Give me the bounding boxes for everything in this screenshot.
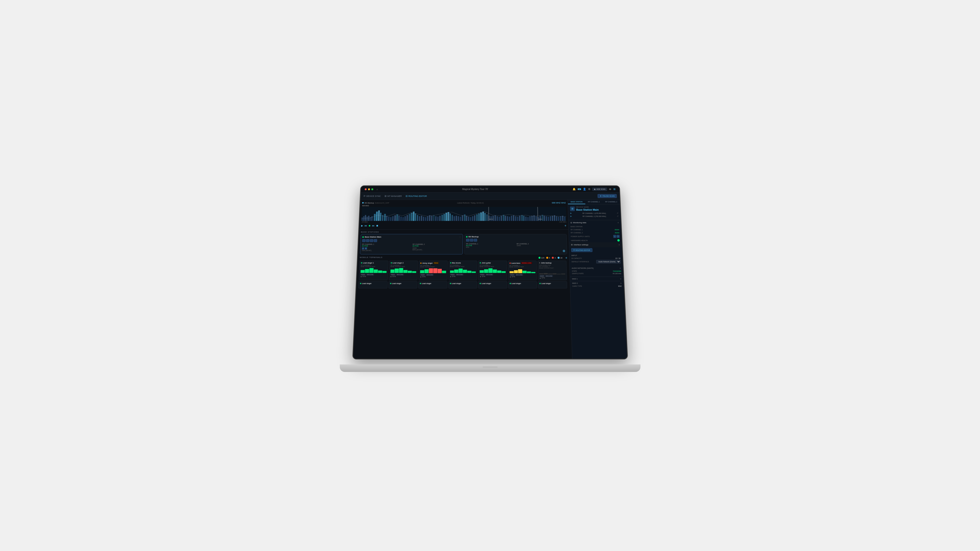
terminal-row2-5[interactable]: Lead singer: [478, 281, 507, 289]
minimize-dot[interactable]: [368, 188, 370, 190]
routing-editor-button[interactable]: ⊟ ROUTING EDITOR: [571, 248, 592, 252]
close-dot[interactable]: [364, 188, 367, 190]
interface-header[interactable]: ⊟ Interface settings ∧: [569, 242, 622, 247]
terminal-row2-6[interactable]: Lead singer: [508, 281, 537, 289]
rf-ch1-icon: ⊳: [570, 212, 572, 214]
terminal-row2-dot-1: [360, 283, 361, 284]
station-menu-icon[interactable]: ⋮: [459, 236, 461, 238]
antenna-b: B: [364, 247, 367, 249]
svg-rect-61: [482, 212, 484, 221]
nav-routing-editor[interactable]: ⊟ ROUTING EDITOR: [406, 195, 427, 197]
terminal-row2-7[interactable]: Lead singer: [538, 281, 567, 289]
terminal-john-guitar[interactable]: John guitar RF CHANNEL 1BASE STATION TES…: [478, 261, 507, 280]
input-section: INPUT IN CAPACITY 22 / 32 DEFAULT INTERF…: [569, 253, 623, 266]
home-icon[interactable]: ⌂: [376, 188, 378, 191]
tab-rf-channel-2[interactable]: RF CHANNEL 2: [602, 200, 620, 204]
nav-device-sync-label: DEVICE SYNC: [366, 195, 380, 197]
add-channel-button[interactable]: +: [564, 224, 566, 227]
antenna-label: Antenna B | UHF: [375, 202, 389, 204]
terminal-max-drums[interactable]: Max drums RF CHANNEL 1BASE STATION TEST: [448, 261, 477, 280]
play-button[interactable]: ▶: [361, 224, 363, 227]
tab-rf-channel-1[interactable]: RF CHANNEL 1: [585, 200, 603, 204]
default-interface-select[interactable]: Audio Network (Dante): [596, 260, 620, 264]
freq-start-label: 505 MHZ: [362, 205, 369, 206]
terminal-row2-3[interactable]: Lead singer: [418, 281, 447, 289]
status-row-health: HARDWARE HEALTH: [569, 238, 622, 242]
svg-rect-73: [507, 216, 508, 221]
terminals-row-2: Lead singer Lead singer: [358, 281, 568, 289]
svg-rect-83: [527, 217, 528, 221]
status-val-rf1: Active: [614, 229, 619, 231]
terminal-jenny-singer[interactable]: Jenny singer PEAK RF CHANNEL 1BASE STATI…: [418, 261, 447, 280]
terminal-laura-bass[interactable]: Laura bass SIGNAL LOSS RF CHANNEL 1BASE …: [508, 261, 537, 280]
green-dot: [538, 257, 540, 259]
svg-rect-48: [455, 216, 457, 221]
svg-rect-74: [509, 217, 510, 221]
terminal-percent-3: ▲ 57%: [420, 276, 446, 278]
terminal-percent-4: ▲ 57%: [450, 275, 476, 277]
svg-rect-40: [439, 216, 441, 221]
mode-em-if-5: EM/IF: [480, 274, 485, 276]
terminal-lead-singer-2[interactable]: Lead singer 2 RF CHANNEL 1BASE STATION T…: [388, 261, 418, 280]
red-count: 3: [555, 257, 555, 259]
station-card-backup[interactable]: BS Backup: [464, 234, 567, 254]
add-station-button[interactable]: ⊕: [562, 249, 565, 253]
interface-icon: ⊟: [571, 244, 573, 246]
monitoring-header[interactable]: ◎ Monitoring data ∧: [568, 220, 621, 225]
prev-button[interactable]: ⏮: [364, 224, 367, 227]
record-button[interactable]: ⏺: [368, 224, 371, 227]
backup-stats-1: 8/32: [466, 246, 514, 248]
freq-unit: MHZ: [561, 202, 566, 204]
level-bars-1: [360, 268, 387, 273]
terminals-grid: Lead singer 1 RF CHANNEL 1BASE STATION T…: [359, 261, 568, 280]
status-key-psu: POWER SUPPLY UNITS: [571, 235, 589, 237]
settings-icon[interactable]: ⚙: [588, 187, 590, 191]
psu-box-1: 1: [613, 235, 616, 238]
bell-icon[interactable]: 🔔: [572, 187, 576, 191]
svg-rect-55: [470, 217, 471, 221]
nav-mt-manager[interactable]: ⊞ MT MANAGER: [384, 195, 402, 197]
terminal-lead-singer-1[interactable]: Lead singer 1 RF CHANNEL 1BASE STATION T…: [359, 261, 388, 280]
monitoring-label: Monitoring data: [573, 222, 586, 224]
dante-section: AUDIO NETWORK (DANTE) ∧ STATE Connected …: [570, 266, 623, 276]
user-icon[interactable]: 👤: [582, 187, 586, 191]
dante-header[interactable]: AUDIO NETWORK (DANTE) ∧: [571, 267, 621, 269]
terminal-percent-5: ▲ 57%: [480, 275, 506, 277]
maximize-dot[interactable]: [371, 188, 373, 190]
terminal-row2-dot-6: [509, 283, 511, 284]
nav-device-sync[interactable]: ⟳ DEVICE SYNC: [363, 195, 380, 197]
madi-2-row[interactable]: MADI 2 ∧: [572, 282, 622, 284]
next-button[interactable]: ⏭: [372, 224, 375, 227]
terminal-dot-7: [539, 262, 540, 264]
stop-button[interactable]: ⏹: [376, 224, 379, 227]
svg-rect-89: [539, 216, 541, 221]
dante-state-label: STATE: [571, 270, 577, 272]
hide-scan-button[interactable]: ▣ HIDE SCAN: [592, 187, 607, 191]
interface-chevron: ∧: [619, 244, 620, 246]
terminal-row2-1[interactable]: Lead singer: [358, 281, 387, 289]
tab-base-station[interactable]: BASE STATION: [568, 200, 585, 204]
device-name-label: Device Name: [576, 206, 599, 208]
svg-rect-62: [484, 213, 485, 221]
terminal-name-4: Max drums: [452, 262, 461, 264]
terminal-row2-4[interactable]: Lead singer: [448, 281, 477, 289]
svg-rect-59: [478, 213, 480, 221]
dante-title: AUDIO NETWORK (DANTE): [571, 267, 593, 269]
right-panel-tabs: BASE STATION RF CHANNEL 1 RF CHANNEL 2: [568, 200, 620, 204]
terminal-row2-2[interactable]: Lead singer: [388, 281, 417, 289]
module-box-4: [374, 239, 377, 242]
pause-icon: ⏸: [600, 195, 601, 197]
terminal-channel-4: RF CHANNEL 1BASE STATION TEST: [450, 265, 476, 267]
terminal-channel-1: RF CHANNEL 1BASE STATION TEST: [361, 265, 387, 267]
madi-1-row[interactable]: MADI 1 ∨: [572, 278, 621, 280]
terminal-john-backup[interactable]: John backup DISCONNECTEDRF CHANNEL 1BASE…: [538, 261, 567, 280]
terminal-channel-6: RF CHANNEL 1BASE STATION TEST: [509, 265, 535, 268]
rf-icon[interactable]: ⊞: [613, 187, 616, 191]
pause-scan-button[interactable]: ⏸ PAUSE SCAN: [597, 194, 617, 198]
nav-routing-editor-label: ROUTING EDITOR: [408, 195, 427, 197]
eye-icon[interactable]: 👁: [609, 188, 611, 191]
terminal-channel-3: RF CHANNEL 1BASE STATION TEST: [420, 265, 446, 268]
add-terminal-button[interactable]: +: [565, 256, 567, 259]
base-stations-title: BASE STATIONS: [361, 231, 566, 233]
station-card-main[interactable]: Base Station Main ⋮: [360, 234, 463, 254]
